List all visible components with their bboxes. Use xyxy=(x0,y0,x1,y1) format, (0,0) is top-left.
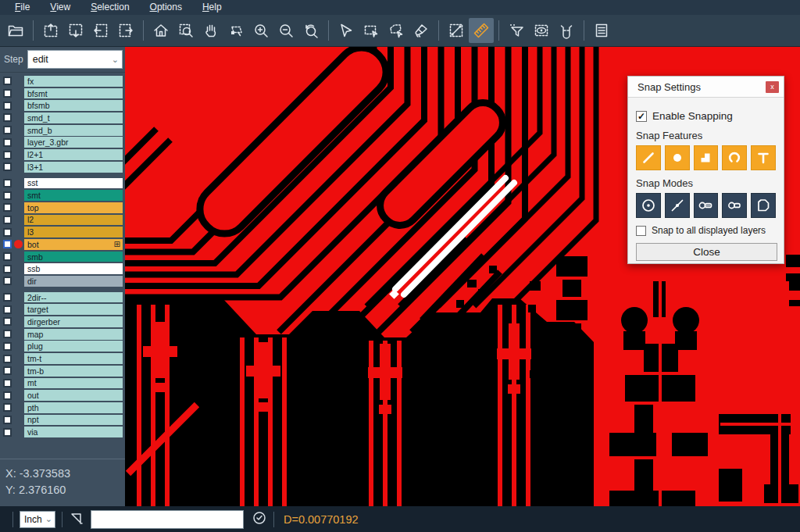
snap-contour-mode-icon[interactable] xyxy=(751,193,776,218)
layer-row[interactable]: tm-t ⊞ xyxy=(0,353,125,364)
layer-color-bar[interactable]: via ⊞ xyxy=(24,427,123,437)
layer-row[interactable]: smd_t ⊞ xyxy=(0,112,125,123)
step-select[interactable]: edit ⌄ xyxy=(27,50,123,69)
layer-color-bar[interactable]: smt ⊞ xyxy=(24,190,123,201)
report-list-icon[interactable] xyxy=(589,18,614,43)
layer-row[interactable]: layer_3.gbr ⊞ xyxy=(0,137,125,148)
layer-color-bar[interactable]: target ⊞ xyxy=(24,304,123,315)
view-options-icon[interactable] xyxy=(529,18,554,43)
erase-brush-icon[interactable] xyxy=(409,18,434,43)
layer-visibility-checkbox[interactable] xyxy=(3,317,12,326)
layer-row[interactable]: smb ⊞ xyxy=(0,252,125,262)
open-folder-icon[interactable] xyxy=(3,18,28,43)
layer-row[interactable]: smd_b ⊞ xyxy=(0,125,125,136)
layer-visibility-checkbox[interactable] xyxy=(3,113,12,122)
zoom-home-icon[interactable] xyxy=(148,18,173,43)
layer-visibility-checkbox[interactable] xyxy=(3,252,12,261)
layer-color-bar[interactable]: plug ⊞ xyxy=(24,341,123,352)
layer-row[interactable]: l2+1 ⊞ xyxy=(0,149,125,160)
layer-row[interactable]: l3+1 ⊞ xyxy=(0,162,125,173)
angle-icon[interactable] xyxy=(69,510,84,529)
layer-color-bar[interactable]: fx ⊞ xyxy=(24,76,123,87)
scroll-down-icon[interactable] xyxy=(63,18,88,43)
snap-closest-point-mode-icon[interactable] xyxy=(665,193,690,218)
layer-visibility-checkbox[interactable] xyxy=(3,416,12,424)
snap-pad-icon[interactable] xyxy=(665,145,690,170)
all-layers-checkbox[interactable] xyxy=(636,226,646,236)
menu-item[interactable]: File xyxy=(6,1,38,14)
layer-visibility-checkbox[interactable] xyxy=(3,391,12,400)
layer-visibility-checkbox[interactable] xyxy=(3,162,12,171)
layer-row[interactable]: out ⊞ xyxy=(0,390,125,401)
snap-arc-icon[interactable] xyxy=(722,145,747,170)
zoom-window-icon[interactable] xyxy=(173,18,198,43)
snap-surface-icon[interactable] xyxy=(694,145,719,170)
layer-visibility-checkbox[interactable] xyxy=(3,342,12,351)
layer-visibility-checkbox[interactable] xyxy=(3,179,12,187)
layer-color-bar[interactable]: l3+1 ⊞ xyxy=(24,162,123,173)
layer-row[interactable]: npt ⊞ xyxy=(0,415,125,426)
layer-color-bar[interactable]: dir ⊞ xyxy=(24,276,123,287)
layer-color-bar[interactable]: smd_b ⊞ xyxy=(24,125,123,136)
layer-row[interactable]: tm-b ⊞ xyxy=(0,366,125,377)
layer-row[interactable]: ssb ⊞ xyxy=(0,263,125,274)
layer-row[interactable]: pth ⊞ xyxy=(0,402,125,413)
layer-color-bar[interactable]: out ⊞ xyxy=(24,390,123,401)
unit-select[interactable]: Inch ⌄ xyxy=(20,511,55,528)
layer-color-bar[interactable]: tm-t ⊞ xyxy=(24,353,123,364)
layer-visibility-checkbox[interactable] xyxy=(3,89,12,98)
layer-row[interactable]: l2 ⊞ xyxy=(0,215,125,226)
layer-row[interactable]: plug ⊞ xyxy=(0,341,125,352)
command-input[interactable] xyxy=(91,510,244,529)
close-button[interactable]: Close xyxy=(636,243,777,261)
layer-color-bar[interactable]: bot ⊞ xyxy=(24,239,123,250)
measure-distance-icon[interactable] xyxy=(444,18,469,43)
layer-row[interactable]: dirgerber ⊞ xyxy=(0,316,125,327)
layer-row[interactable]: 2dir-- ⊞ xyxy=(0,292,125,303)
layer-visibility-checkbox[interactable] xyxy=(3,366,12,375)
layer-visibility-checkbox[interactable] xyxy=(3,216,12,224)
layer-color-bar[interactable]: top ⊞ xyxy=(24,202,123,213)
zoom-previous-icon[interactable] xyxy=(298,18,323,43)
layer-row[interactable]: top ⊞ xyxy=(0,202,125,213)
layer-visibility-checkbox[interactable] xyxy=(3,355,12,363)
zoom-in-icon[interactable] xyxy=(248,18,273,43)
layer-color-bar[interactable]: l2 ⊞ xyxy=(24,215,123,226)
layer-row[interactable]: l3 ⊞ xyxy=(0,227,125,237)
layer-visibility-checkbox[interactable] xyxy=(3,191,12,200)
layer-visibility-checkbox[interactable] xyxy=(3,305,12,314)
snap-pad-entry-mode-icon[interactable] xyxy=(694,193,719,218)
snap-text-icon[interactable] xyxy=(751,145,776,170)
layer-visibility-checkbox[interactable] xyxy=(3,428,12,437)
scroll-up-icon[interactable] xyxy=(38,18,63,43)
layer-visibility-checkbox[interactable] xyxy=(3,277,12,285)
layer-row[interactable]: sst ⊞ xyxy=(0,178,125,189)
menu-item[interactable]: Help xyxy=(194,1,230,14)
layer-color-bar[interactable]: bfsmt ⊞ xyxy=(24,88,123,99)
layer-visibility-checkbox[interactable] xyxy=(3,240,12,248)
layer-color-bar[interactable]: l3 ⊞ xyxy=(24,227,123,237)
select-rectangle-icon[interactable] xyxy=(359,18,384,43)
layer-visibility-checkbox[interactable] xyxy=(3,265,12,273)
layer-visibility-checkbox[interactable] xyxy=(3,77,12,85)
layer-color-bar[interactable]: l2+1 ⊞ xyxy=(24,149,123,160)
layer-color-bar[interactable]: ssb ⊞ xyxy=(24,263,123,274)
layer-row[interactable]: mt ⊞ xyxy=(0,378,125,389)
layer-color-bar[interactable]: layer_3.gbr ⊞ xyxy=(24,137,123,148)
close-icon[interactable]: x xyxy=(766,81,779,93)
snap-pad-exit-mode-icon[interactable] xyxy=(722,193,747,218)
update-icon[interactable] xyxy=(252,510,267,529)
layer-row[interactable]: smt ⊞ xyxy=(0,190,125,201)
layer-color-bar[interactable]: 2dir-- ⊞ xyxy=(24,292,123,303)
zoom-selection-icon[interactable] xyxy=(223,18,248,43)
layer-color-bar[interactable]: tm-b ⊞ xyxy=(24,366,123,377)
select-pointer-icon[interactable] xyxy=(334,18,359,43)
layer-visibility-checkbox[interactable] xyxy=(3,138,12,147)
layer-color-bar[interactable]: sst ⊞ xyxy=(24,178,123,189)
layer-color-bar[interactable]: map ⊞ xyxy=(24,329,123,340)
layer-visibility-checkbox[interactable] xyxy=(3,379,12,387)
layer-visibility-checkbox[interactable] xyxy=(3,126,12,134)
layer-row[interactable]: fx ⊞ xyxy=(0,76,125,87)
layer-color-bar[interactable]: mt ⊞ xyxy=(24,378,123,389)
pan-hand-icon[interactable] xyxy=(198,18,223,43)
